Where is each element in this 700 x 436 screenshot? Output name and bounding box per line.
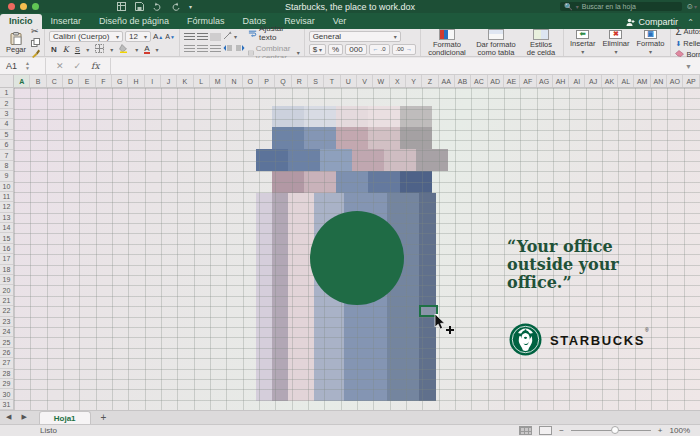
menu-tab-diseño-de-página[interactable]: Diseño de página	[90, 14, 178, 29]
column-header-P[interactable]: P	[259, 75, 275, 87]
row-header-5[interactable]: 5	[0, 130, 13, 140]
conditional-formatting-button[interactable]: Formato condicional	[425, 29, 469, 57]
column-header-A[interactable]: A	[14, 75, 30, 87]
row-header-23[interactable]: 23	[0, 317, 13, 327]
row-header-18[interactable]: 18	[0, 265, 13, 275]
column-header-L[interactable]: L	[194, 75, 210, 87]
autosum-button[interactable]: ΣAutosuma▾	[675, 26, 700, 37]
zoom-out-button[interactable]: −	[559, 426, 564, 435]
maximize-window-button[interactable]	[32, 3, 39, 10]
column-header-AE[interactable]: AE	[504, 75, 520, 87]
align-top-icon[interactable]	[184, 33, 195, 41]
column-header-AG[interactable]: AG	[537, 75, 553, 87]
column-header-AJ[interactable]: AJ	[585, 75, 601, 87]
format-as-table-button[interactable]: Dar formato como tabla	[472, 29, 520, 57]
column-header-O[interactable]: O	[243, 75, 259, 87]
minimize-window-button[interactable]	[20, 3, 27, 10]
row-header-10[interactable]: 10	[0, 182, 13, 192]
column-header-I[interactable]: I	[145, 75, 161, 87]
column-header-N[interactable]: N	[226, 75, 242, 87]
row-header-31[interactable]: 31	[0, 400, 13, 410]
row-header-6[interactable]: 6	[0, 140, 13, 150]
align-left-icon[interactable]	[184, 45, 195, 53]
shrink-font-button[interactable]: A▼	[165, 33, 175, 40]
column-headers[interactable]: ABCDEFGHIJKLMNOPQRSTUVWXYZAAABACADAEAFAG…	[14, 75, 700, 88]
font-color-button[interactable]: A	[144, 45, 149, 54]
italic-button[interactable]: K	[63, 45, 69, 54]
format-cells-button[interactable]: ▣ Formato▾	[634, 30, 666, 56]
share-button[interactable]: Compartir	[626, 17, 678, 27]
cell-styles-button[interactable]: Estilos de celda	[523, 29, 559, 57]
quick-access-caret-icon[interactable]: ▾	[189, 3, 192, 10]
column-header-Q[interactable]: Q	[275, 75, 291, 87]
next-sheet-arrow[interactable]: ▶	[15, 413, 30, 424]
align-bottom-icon[interactable]	[210, 33, 221, 41]
column-header-G[interactable]: G	[112, 75, 128, 87]
column-header-AC[interactable]: AC	[471, 75, 487, 87]
cut-icon[interactable]: ✂	[31, 27, 40, 36]
row-header-28[interactable]: 28	[0, 369, 13, 379]
paste-button[interactable]: Pegar	[4, 32, 28, 54]
row-header-29[interactable]: 29	[0, 379, 13, 389]
column-header-S[interactable]: S	[308, 75, 324, 87]
font-name-select[interactable]: Calibri (Cuerpo)▾	[49, 31, 123, 42]
column-header-X[interactable]: X	[390, 75, 406, 87]
column-header-AN[interactable]: AN	[651, 75, 667, 87]
formula-bar-collapse-icon[interactable]: ▼	[685, 63, 692, 70]
underline-button[interactable]: S	[75, 45, 80, 54]
column-header-AB[interactable]: AB	[455, 75, 471, 87]
decrease-decimal-button[interactable]: .00→	[392, 44, 416, 55]
row-header-13[interactable]: 13	[0, 213, 13, 223]
row-header-7[interactable]: 7	[0, 150, 13, 160]
feedback-smiley-icon[interactable]: ☺▾	[686, 2, 697, 11]
format-painter-icon[interactable]	[31, 49, 40, 58]
currency-format-button[interactable]: $▾	[309, 44, 326, 55]
insert-cells-button[interactable]: ⬅ Insertar▾	[568, 30, 597, 56]
save-icon[interactable]	[135, 2, 144, 11]
row-headers[interactable]: 1234567891011121314151617181920212223242…	[0, 88, 14, 410]
column-header-B[interactable]: B	[30, 75, 46, 87]
sheet-tab-hoja1[interactable]: Hoja1	[39, 411, 91, 424]
column-header-J[interactable]: J	[161, 75, 177, 87]
row-header-9[interactable]: 9	[0, 171, 13, 181]
row-header-26[interactable]: 26	[0, 348, 13, 358]
name-box[interactable]: A1 ▲▼	[0, 58, 46, 74]
column-header-AD[interactable]: AD	[488, 75, 504, 87]
row-header-17[interactable]: 17	[0, 254, 13, 264]
thousands-format-button[interactable]: 000	[345, 44, 366, 55]
menu-tab-fórmulas[interactable]: Fórmulas	[178, 14, 234, 29]
align-right-icon[interactable]	[210, 45, 221, 53]
column-header-AK[interactable]: AK	[602, 75, 618, 87]
row-header-14[interactable]: 14	[0, 223, 13, 233]
column-header-E[interactable]: E	[79, 75, 95, 87]
column-header-U[interactable]: U	[341, 75, 357, 87]
column-header-K[interactable]: K	[177, 75, 193, 87]
align-middle-icon[interactable]	[197, 33, 208, 41]
name-box-stepper[interactable]: ▲▼	[25, 61, 30, 71]
column-header-AO[interactable]: AO	[667, 75, 683, 87]
insert-function-icon[interactable]: fx	[91, 61, 99, 71]
column-header-AL[interactable]: AL	[618, 75, 634, 87]
column-header-R[interactable]: R	[292, 75, 308, 87]
undo-icon[interactable]	[153, 2, 162, 11]
column-header-AH[interactable]: AH	[553, 75, 569, 87]
select-all-corner[interactable]	[0, 75, 14, 88]
row-header-11[interactable]: 11	[0, 192, 13, 202]
wrap-text-button[interactable]: Ajustar texto	[248, 24, 300, 42]
column-header-H[interactable]: H	[128, 75, 144, 87]
add-sheet-button[interactable]: +	[91, 412, 117, 424]
row-header-16[interactable]: 16	[0, 244, 13, 254]
column-header-AA[interactable]: AA	[439, 75, 455, 87]
decrease-indent-icon[interactable]	[223, 44, 233, 54]
row-header-1[interactable]: 1	[0, 88, 13, 98]
workbook-icon[interactable]	[117, 2, 126, 11]
confirm-entry-icon[interactable]: ✓	[74, 61, 82, 71]
row-header-24[interactable]: 24	[0, 327, 13, 337]
page-layout-view-icon[interactable]	[539, 426, 552, 435]
row-header-4[interactable]: 4	[0, 119, 13, 129]
menu-tab-ver[interactable]: Ver	[324, 14, 356, 29]
row-header-21[interactable]: 21	[0, 296, 13, 306]
normal-view-icon[interactable]	[519, 426, 532, 435]
column-header-M[interactable]: M	[210, 75, 226, 87]
percent-format-button[interactable]: %	[328, 44, 343, 55]
